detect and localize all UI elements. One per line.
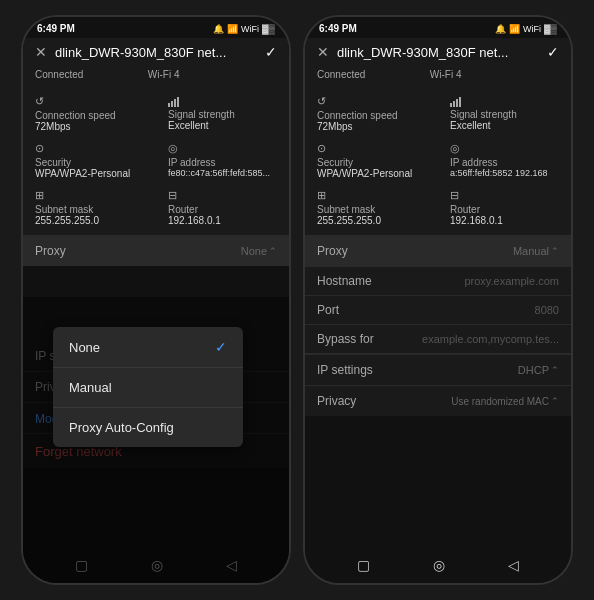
ip-label-r: IP address bbox=[450, 157, 559, 168]
network-header-right: ✕ dlink_DWR-930M_830F net... ✓ bbox=[305, 38, 571, 64]
network-name-left: dlink_DWR-930M_830F net... bbox=[55, 45, 257, 60]
subnet-icon-r: ⊞ bbox=[317, 189, 426, 202]
proxy-manual-section: Proxy Manual ⌃ Hostname proxy.example.co… bbox=[305, 236, 571, 354]
dropdown-item-auto-config[interactable]: Proxy Auto-Config bbox=[53, 408, 243, 447]
proxy-dropdown: None ✓ Manual Proxy Auto-Config bbox=[53, 327, 243, 447]
signal-bars-icon-r bbox=[450, 95, 559, 107]
chevron-icon-proxy: ⌃ bbox=[551, 246, 559, 256]
port-value: 8080 bbox=[535, 304, 559, 316]
status-icons-right: 🔔 📶 WiFi ▓▒ bbox=[495, 24, 557, 34]
port-row[interactable]: Port 8080 bbox=[305, 296, 571, 325]
subnet-label-r: Subnet mask bbox=[317, 204, 426, 215]
router-icon-r: ⊟ bbox=[450, 189, 559, 202]
router-label: Router bbox=[168, 204, 277, 215]
connected-text-left: Connected bbox=[35, 69, 83, 80]
close-button-right[interactable]: ✕ bbox=[317, 44, 329, 60]
info-cell-speed: ↺ Connection speed 72Mbps bbox=[23, 90, 156, 137]
connected-row-right: Connected Wi-Fi 4 bbox=[305, 64, 571, 86]
hostname-label: Hostname bbox=[317, 274, 372, 288]
network-header-left: ✕ dlink_DWR-930M_830F net... ✓ bbox=[23, 38, 289, 64]
notification-icon: 🔔 bbox=[213, 24, 224, 34]
notification-icon-r: 🔔 bbox=[495, 24, 506, 34]
signal-value: Excellent bbox=[168, 120, 277, 131]
info-cell-signal: Signal strength Excellent bbox=[156, 90, 289, 137]
info-cell-ip: ◎ IP address fe80::c47a:56ff:fefd:585... bbox=[156, 137, 289, 184]
chevron-privacy-icon: ⌃ bbox=[551, 396, 559, 406]
proxy-value-left: None ⌃ bbox=[241, 245, 277, 257]
bypass-label: Bypass for bbox=[317, 332, 374, 346]
subnet-label: Subnet mask bbox=[35, 204, 144, 215]
nav-recents-button-r[interactable]: ◎ bbox=[433, 557, 445, 573]
right-phone: 6:49 PM 🔔 📶 WiFi ▓▒ ✕ dlink_DWR-930M_830… bbox=[303, 15, 573, 585]
info-cell-speed-r: ↺ Connection speed 72Mbps bbox=[305, 90, 438, 137]
time-left: 6:49 PM bbox=[37, 23, 75, 34]
close-button-left[interactable]: ✕ bbox=[35, 44, 47, 60]
time-right: 6:49 PM bbox=[319, 23, 357, 34]
privacy-label-right: Privacy bbox=[317, 394, 356, 408]
info-cell-router: ⊟ Router 192.168.0.1 bbox=[156, 184, 289, 231]
info-cell-ip-r: ◎ IP address a:56ff:fefd:5852 192.168 bbox=[438, 137, 571, 184]
ip-settings-label-right: IP settings bbox=[317, 363, 373, 377]
proxy-label-left: Proxy bbox=[35, 244, 66, 258]
ip-settings-row-right[interactable]: IP settings DHCP ⌃ bbox=[305, 355, 571, 385]
wifi-icon: WiFi bbox=[241, 24, 259, 34]
ip-value-r: a:56ff:fefd:5852 192.168 bbox=[450, 168, 559, 178]
network-name-right: dlink_DWR-930M_830F net... bbox=[337, 45, 539, 60]
subnet-icon: ⊞ bbox=[35, 189, 144, 202]
hostname-row[interactable]: Hostname proxy.example.com bbox=[305, 267, 571, 296]
security-icon: ⊙ bbox=[35, 142, 144, 155]
chevron-ip-icon: ⌃ bbox=[551, 365, 559, 375]
left-phone: 6:49 PM 🔔 📶 WiFi ▓▒ ✕ dlink_DWR-930M_830… bbox=[21, 15, 291, 585]
wifi-type-left: Wi-Fi 4 bbox=[148, 69, 180, 80]
speed-label-r: Connection speed bbox=[317, 110, 426, 121]
privacy-value-right: Use randomized MAC ⌃ bbox=[451, 396, 559, 407]
bypass-value: example.com,mycomp.tes... bbox=[422, 333, 559, 345]
status-bar-left: 6:49 PM 🔔 📶 WiFi ▓▒ bbox=[23, 17, 289, 38]
dropdown-item-none[interactable]: None ✓ bbox=[53, 327, 243, 368]
security-icon-r: ⊙ bbox=[317, 142, 426, 155]
signal-value-r: Excellent bbox=[450, 120, 559, 131]
info-cell-security: ⊙ Security WPA/WPA2-Personal bbox=[23, 137, 156, 184]
subnet-value-r: 255.255.255.0 bbox=[317, 215, 426, 226]
chevron-up-icon: ⌃ bbox=[269, 246, 277, 256]
check-icon-left[interactable]: ✓ bbox=[265, 44, 277, 60]
ip-settings-value-right: DHCP ⌃ bbox=[518, 364, 559, 376]
bypass-row[interactable]: Bypass for example.com,mycomp.tes... bbox=[305, 325, 571, 354]
hostname-value: proxy.example.com bbox=[464, 275, 559, 287]
info-cell-subnet: ⊞ Subnet mask 255.255.255.0 bbox=[23, 184, 156, 231]
security-label-r: Security bbox=[317, 157, 426, 168]
speed-value-r: 72Mbps bbox=[317, 121, 426, 132]
privacy-row-right[interactable]: Privacy Use randomized MAC ⌃ bbox=[305, 386, 571, 416]
proxy-row-right[interactable]: Proxy Manual ⌃ bbox=[305, 236, 571, 266]
wifi-icon-r: WiFi bbox=[523, 24, 541, 34]
router-value-r: 192.168.0.1 bbox=[450, 215, 559, 226]
router-label-r: Router bbox=[450, 204, 559, 215]
dropdown-item-manual[interactable]: Manual bbox=[53, 368, 243, 408]
signal-icon-r: 📶 bbox=[509, 24, 520, 34]
connected-text-right: Connected bbox=[317, 69, 365, 80]
signal-bars-icon bbox=[168, 95, 277, 107]
connected-row-left: Connected Wi-Fi 4 bbox=[23, 64, 289, 86]
speed-icon: ↺ bbox=[35, 95, 144, 108]
signal-icon: 📶 bbox=[227, 24, 238, 34]
wifi-type-right: Wi-Fi 4 bbox=[430, 69, 462, 80]
speed-label: Connection speed bbox=[35, 110, 144, 121]
ip-label: IP address bbox=[168, 157, 277, 168]
selected-check-icon: ✓ bbox=[215, 339, 227, 355]
security-value: WPA/WPA2-Personal bbox=[35, 168, 144, 179]
security-label: Security bbox=[35, 157, 144, 168]
router-icon: ⊟ bbox=[168, 189, 277, 202]
port-label: Port bbox=[317, 303, 339, 317]
nav-back-button-r[interactable]: ◁ bbox=[508, 557, 519, 573]
proxy-row-left[interactable]: Proxy None ⌃ bbox=[23, 236, 289, 266]
nav-bar-right: ▢ ◎ ◁ bbox=[305, 547, 571, 583]
info-cell-subnet-r: ⊞ Subnet mask 255.255.255.0 bbox=[305, 184, 438, 231]
info-cell-security-r: ⊙ Security WPA/WPA2-Personal bbox=[305, 137, 438, 184]
status-icons-left: 🔔 📶 WiFi ▓▒ bbox=[213, 24, 275, 34]
signal-label-r: Signal strength bbox=[450, 109, 559, 120]
check-icon-right[interactable]: ✓ bbox=[547, 44, 559, 60]
info-cell-signal-r: Signal strength Excellent bbox=[438, 90, 571, 137]
status-bar-right: 6:49 PM 🔔 📶 WiFi ▓▒ bbox=[305, 17, 571, 38]
nav-home-button-r[interactable]: ▢ bbox=[357, 557, 370, 573]
ip-icon-r: ◎ bbox=[450, 142, 559, 155]
